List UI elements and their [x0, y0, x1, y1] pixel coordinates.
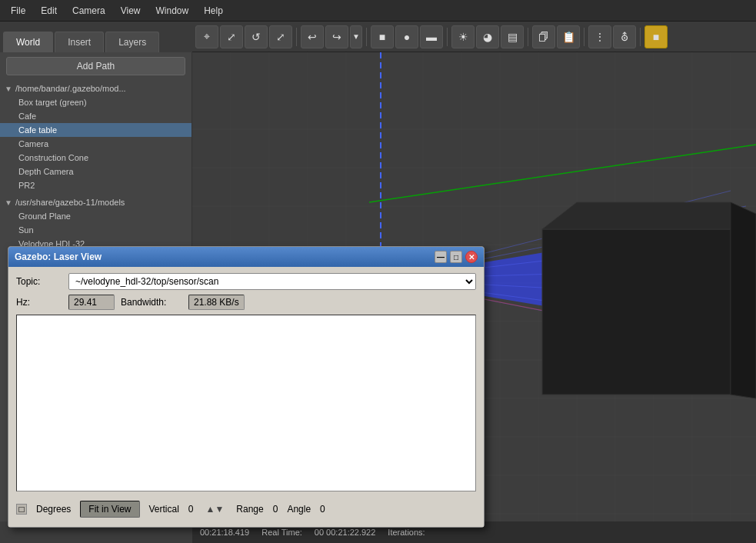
magnet-btn[interactable]: ⛢: [613, 25, 636, 48]
menu-file[interactable]: File: [3, 2, 33, 19]
range-label: Range: [236, 504, 263, 515]
degrees-checkbox[interactable]: □: [16, 504, 27, 515]
menu-window[interactable]: Window: [148, 2, 197, 19]
topic-row: Topic: ~/velodyne_hdl-32/top/sensor/scan: [16, 273, 476, 290]
tree-child-cafe-table[interactable]: Cafe table: [0, 123, 191, 137]
hz-bandwidth-row: Hz: 29.41 Bandwidth: 21.88 KB/s: [16, 295, 476, 310]
tree-root-2-label: /usr/share/gazebo-11/models: [15, 198, 125, 207]
maximize-btn[interactable]: □: [450, 251, 462, 263]
bandwidth-value: 21.88 KB/s: [188, 295, 245, 310]
tree-child-sun[interactable]: Sun: [0, 223, 191, 237]
menu-view[interactable]: View: [113, 2, 148, 19]
tab-insert[interactable]: Insert: [55, 32, 104, 52]
tree-root-1[interactable]: ▼ /home/bandar/.gazebo/mod...: [0, 82, 191, 95]
dialog-controls: — □ ✕: [435, 251, 478, 263]
tree-arrow-1: ▼: [5, 85, 12, 93]
add-path-button[interactable]: Add Path: [6, 57, 185, 75]
angle-value: 0: [320, 504, 325, 515]
model-btn[interactable]: ■: [644, 25, 668, 48]
sep5: [584, 28, 584, 46]
topic-select[interactable]: ~/velodyne_hdl-32/top/sensor/scan: [68, 273, 476, 290]
tree-child-box-target[interactable]: Box target (green): [0, 95, 191, 109]
move-tool-btn[interactable]: ⤢: [220, 25, 243, 48]
arrow-dropdown-btn[interactable]: ▼: [350, 25, 362, 48]
sun-light-btn[interactable]: ☀: [451, 25, 475, 48]
minimize-btn[interactable]: —: [435, 251, 447, 263]
laser-dialog-title: Gazebo: Laser View: [15, 252, 102, 262]
bandwidth-label: Bandwidth:: [121, 297, 182, 308]
laser-footer: □ Degrees Fit in View Vertical 0 ▲▼ Rang…: [16, 498, 476, 521]
sep6: [640, 28, 641, 46]
hemi-light-btn[interactable]: ◕: [476, 25, 499, 48]
sep4: [528, 28, 528, 46]
vertical-label: Vertical: [149, 504, 179, 515]
tree-child-construction-cone[interactable]: Construction Cone: [0, 151, 191, 165]
tree-arrow-2: ▼: [5, 198, 12, 207]
cursor-tool-btn[interactable]: ⌖: [195, 25, 218, 48]
laser-dialog: Gazebo: Laser View — □ ✕ Topic: ~/velody…: [8, 246, 485, 528]
paste-btn[interactable]: 📋: [557, 25, 580, 48]
sep1: [296, 28, 297, 46]
hz-value: 29.41: [68, 295, 115, 310]
tab-bar: World Insert Layers: [0, 22, 192, 52]
model-tree-section2: ▼ /usr/share/gazebo-11/models Ground Pla…: [0, 194, 191, 252]
cylinder-btn[interactable]: ▬: [420, 25, 443, 48]
sep2: [366, 28, 367, 46]
real-time-label: Real Time:: [261, 528, 302, 537]
iterations-label: Iterations:: [388, 528, 425, 537]
tree-child-cafe[interactable]: Cafe: [0, 109, 191, 123]
menu-edit[interactable]: Edit: [33, 2, 65, 19]
tree-child-pr2[interactable]: PR2: [0, 178, 191, 192]
laser-titlebar[interactable]: Gazebo: Laser View — □ ✕: [8, 247, 484, 267]
angle-label: Angle: [287, 504, 311, 515]
svg-marker-39: [542, 202, 731, 229]
tab-world[interactable]: World: [3, 32, 53, 52]
laser-body: Topic: ~/velodyne_hdl-32/top/sensor/scan…: [8, 267, 484, 527]
tab-layers[interactable]: Layers: [105, 32, 159, 52]
real-time-value: 00 00:21:22.922: [315, 528, 376, 537]
undo-btn[interactable]: ↩: [301, 25, 324, 48]
hz-label: Hz:: [16, 297, 62, 308]
redo-btn[interactable]: ↪: [325, 25, 348, 48]
laser-plot: [16, 315, 476, 491]
align-btn[interactable]: ⋮: [588, 25, 611, 48]
rotate-tool-btn[interactable]: ↺: [245, 25, 268, 48]
fit-in-view-btn[interactable]: Fit in View: [80, 501, 139, 518]
mesh-btn[interactable]: ▤: [501, 25, 524, 48]
sim-time: 00:21:18.419: [200, 528, 249, 537]
box-btn[interactable]: ■: [371, 25, 394, 48]
tree-root-2[interactable]: ▼ /usr/share/gazebo-11/models: [0, 195, 191, 209]
menu-bar: File Edit Camera View Window Help: [0, 0, 756, 22]
range-value: 0: [273, 504, 278, 515]
tree-child-depth-camera[interactable]: Depth Camera: [0, 165, 191, 178]
sep3: [447, 28, 448, 46]
model-tree-section1: ▼ /home/bandar/.gazebo/mod... Box target…: [0, 80, 191, 194]
vertical-value: 0: [188, 504, 194, 515]
topic-label: Topic:: [16, 276, 62, 287]
svg-marker-40: [731, 202, 756, 398]
tree-child-ground-plane[interactable]: Ground Plane: [0, 209, 191, 223]
degrees-label: Degrees: [36, 504, 71, 515]
menu-help[interactable]: Help: [196, 2, 231, 19]
toolbar: ⌖ ⤢ ↺ ⤢ ↩ ↪ ▼ ■ ● ▬ ☀ ◕ ▤ 🗍 📋 ⋮ ⛢ ■: [192, 22, 756, 52]
menu-camera[interactable]: Camera: [65, 2, 113, 19]
copy-btn[interactable]: 🗍: [532, 25, 555, 48]
sphere-btn[interactable]: ●: [395, 25, 418, 48]
tree-child-camera[interactable]: Camera: [0, 137, 191, 151]
scale-tool-btn[interactable]: ⤢: [269, 25, 292, 48]
svg-rect-38: [542, 229, 731, 395]
tree-root-1-label: /home/bandar/.gazebo/mod...: [15, 84, 126, 93]
close-btn[interactable]: ✕: [465, 251, 478, 263]
svg-line-26: [369, 145, 756, 202]
